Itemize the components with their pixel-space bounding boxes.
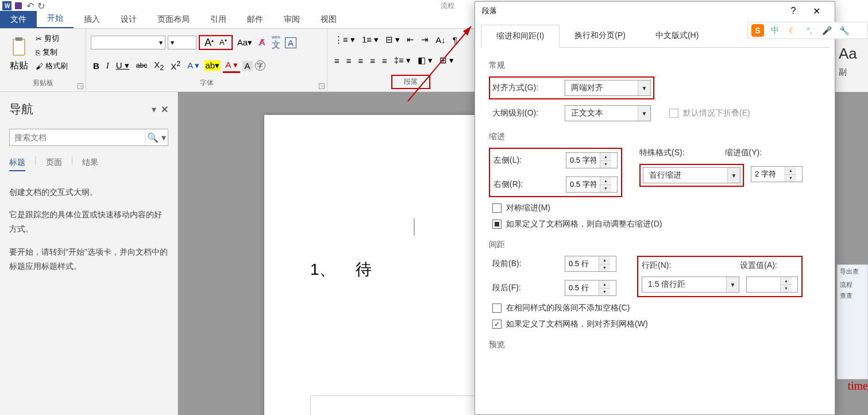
spinner-up-icon[interactable]: ▲ [785, 167, 796, 175]
space-before-input[interactable] [565, 256, 599, 271]
justify-button[interactable]: ≡ [368, 55, 377, 67]
paste-button[interactable]: 粘贴 [5, 31, 33, 77]
chevron-down-icon[interactable]: ▼ [726, 277, 739, 292]
text-effects-button[interactable]: A ▾ [185, 59, 202, 72]
cut-button[interactable]: ✂剪切 [36, 33, 68, 44]
align-right-button[interactable]: ≡ [356, 55, 366, 67]
spinner-up-icon[interactable]: ▲ [600, 153, 611, 161]
punct-icon[interactable]: °, [803, 24, 816, 37]
line-spacing-combo[interactable]: 1.5 倍行距 ▼ [642, 276, 739, 293]
search-button[interactable]: 🔍 ▾ [145, 129, 168, 145]
underline-button[interactable]: U ▾ [114, 59, 132, 72]
enclose-characters-button[interactable]: 字 [255, 60, 265, 71]
shading-button[interactable]: ◧ ▾ [415, 54, 435, 67]
spacing-at-input[interactable] [747, 277, 780, 292]
nav-tab-results[interactable]: 结果 [82, 155, 98, 171]
tab-file[interactable]: 文件 [0, 11, 37, 28]
nav-dropdown-icon[interactable]: ▾ [152, 104, 156, 115]
chevron-down-icon[interactable]: ▼ [727, 168, 740, 183]
spinner-down-icon[interactable]: ▼ [600, 161, 611, 168]
wrench-icon[interactable]: 🔧 [838, 24, 850, 37]
close-button[interactable]: ✕ [805, 2, 828, 20]
clear-formatting-button[interactable]: A̸ [257, 36, 267, 49]
tab-insert[interactable]: 插入 [74, 11, 110, 28]
spinner-up-icon[interactable]: ▲ [599, 280, 610, 289]
chevron-down-icon[interactable]: ▼ [638, 106, 650, 121]
spinner-down-icon[interactable]: ▼ [599, 289, 610, 296]
tab-references[interactable]: 引用 [200, 11, 237, 28]
nav-tab-pages[interactable]: 页面 [46, 155, 62, 171]
chevron-down-icon[interactable]: ▾ [159, 39, 163, 47]
change-case-button[interactable]: Aa▾ [235, 36, 254, 49]
ime-lang-button[interactable]: 中 [769, 24, 781, 37]
copy-button[interactable]: ⎘复制 [36, 47, 68, 57]
space-after-spinner[interactable]: ▲▼ [565, 280, 616, 296]
spinner-up-icon[interactable]: ▲ [599, 256, 610, 264]
auto-adjust-checkbox[interactable]: 如果定义了文档网格，则自动调整右缩进(D) [492, 219, 821, 229]
spinner-down-icon[interactable]: ▼ [780, 285, 792, 293]
borders-button[interactable]: ⊞ ▾ [437, 54, 456, 67]
indent-by-spinner[interactable]: ▲▼ [751, 166, 803, 182]
close-icon[interactable]: ✕ [161, 104, 168, 115]
sogou-icon[interactable]: S [751, 24, 764, 37]
clipboard-dialog-launcher[interactable]: ↘ [78, 83, 83, 89]
special-format-combo[interactable]: 首行缩进 ▼ [643, 167, 740, 183]
subscript-button[interactable]: X2 [152, 59, 166, 73]
spinner-up-icon[interactable]: ▲ [780, 277, 792, 285]
indent-left-input[interactable] [566, 153, 600, 168]
grow-font-button[interactable]: A▴ [202, 36, 216, 50]
tab-view[interactable]: 视图 [310, 11, 347, 28]
spinner-down-icon[interactable]: ▼ [785, 175, 796, 182]
font-dialog-launcher[interactable]: ↘ [319, 83, 325, 89]
bold-button[interactable]: B [91, 60, 102, 72]
chevron-down-icon[interactable]: ▼ [638, 80, 650, 95]
tab-review[interactable]: 审阅 [273, 11, 310, 28]
align-center-button[interactable]: ≡ [344, 55, 354, 67]
alignment-combo[interactable]: 两端对齐 ▼ [565, 80, 651, 96]
increase-indent-button[interactable]: ⇥ [419, 33, 431, 46]
indent-right-input[interactable] [566, 177, 600, 192]
dialog-tab-linepage[interactable]: 换行和分页(P) [560, 25, 641, 47]
bullets-button[interactable]: ⋮≡ ▾ [332, 33, 357, 46]
show-marks-button[interactable]: ¶ [450, 34, 460, 46]
font-name-combo[interactable]: ▾ [91, 36, 165, 49]
character-shading-button[interactable]: A [242, 61, 253, 71]
font-color-button[interactable]: A ▾ [223, 59, 240, 73]
snap-grid-checkbox[interactable]: 如果定义了文档网格，则对齐到网格(W) [492, 319, 821, 329]
dialog-tab-indent[interactable]: 缩进和间距(I) [481, 25, 560, 48]
search-input[interactable] [10, 129, 145, 145]
multilevel-list-button[interactable]: ⊟ ▾ [383, 33, 402, 46]
undo-icon[interactable]: ↶ [26, 1, 34, 11]
outline-combo[interactable]: 正文文本 ▼ [565, 105, 651, 121]
tab-mailings[interactable]: 邮件 [237, 11, 273, 28]
indent-right-spinner[interactable]: ▲▼ [566, 176, 618, 193]
mic-icon[interactable]: 🎤 [820, 24, 833, 37]
indent-left-spinner[interactable]: ▲▼ [566, 152, 618, 168]
dialog-tab-chinese[interactable]: 中文版式(H) [641, 25, 713, 47]
phonetic-guide-button[interactable]: wén文 [269, 33, 283, 52]
nav-tab-headings[interactable]: 标题 [9, 155, 25, 171]
space-after-input[interactable] [565, 280, 599, 295]
format-painter-button[interactable]: 🖌格式刷 [36, 61, 68, 71]
strikethrough-button[interactable]: abc [134, 60, 149, 71]
align-left-button[interactable]: ≡ [332, 55, 342, 67]
help-button[interactable]: ? [782, 2, 805, 20]
numbering-button[interactable]: 1≡ ▾ [360, 33, 381, 46]
character-border-button[interactable]: A [285, 37, 296, 48]
line-spacing-button[interactable]: ‡≡ ▾ [392, 54, 413, 67]
superscript-button[interactable]: X2 [168, 59, 183, 72]
tab-design[interactable]: 设计 [110, 11, 147, 28]
font-size-combo[interactable]: ▾ [168, 36, 196, 49]
spinner-down-icon[interactable]: ▼ [600, 185, 611, 193]
no-space-checkbox[interactable]: 在相同样式的段落间不添加空格(C) [492, 303, 821, 313]
distributed-button[interactable]: ≡ [380, 55, 389, 67]
highlight-button[interactable]: ab▾ [205, 60, 221, 71]
indent-by-input[interactable] [751, 167, 785, 182]
sort-button[interactable]: A↓ [433, 34, 448, 46]
shrink-font-button[interactable]: A▾ [217, 37, 229, 48]
spinner-up-icon[interactable]: ▲ [600, 177, 611, 185]
tab-layout[interactable]: 页面布局 [147, 11, 200, 28]
moon-icon[interactable]: ☾ [786, 24, 798, 37]
tab-home[interactable]: 开始 [37, 10, 74, 28]
decrease-indent-button[interactable]: ⇤ [404, 33, 416, 46]
